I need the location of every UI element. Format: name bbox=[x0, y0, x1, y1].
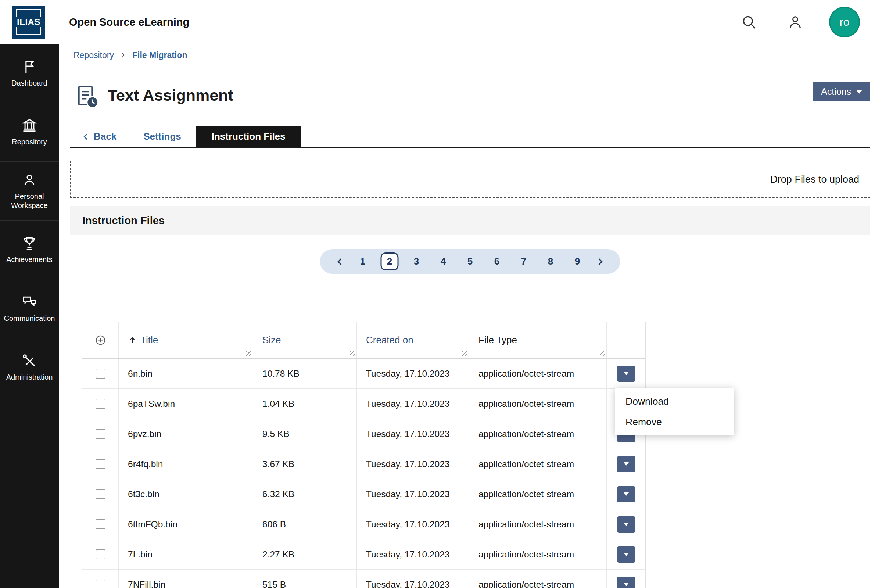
row-actions-menu: Download Remove bbox=[615, 388, 734, 435]
pagination-page-6[interactable]: 6 bbox=[484, 256, 510, 267]
pagination-next-button[interactable] bbox=[591, 257, 609, 266]
row-checkbox[interactable] bbox=[96, 489, 105, 499]
table-row: 6paTSw.bin 1.04 KB Tuesday, 17.10.2023 a… bbox=[82, 389, 645, 419]
header-created-cell: Created on bbox=[357, 322, 469, 358]
cell-created-on: Tuesday, 17.10.2023 bbox=[357, 358, 469, 388]
search-icon[interactable] bbox=[740, 12, 759, 32]
table-header-row: Title Size Created on File Type bbox=[82, 322, 645, 358]
breadcrumb-file-migration[interactable]: File Migration bbox=[132, 50, 188, 60]
cell-title: 7L.bin bbox=[119, 540, 253, 569]
cell-file-type: application/octet-stream bbox=[469, 479, 607, 509]
column-header-size[interactable]: Size bbox=[262, 334, 281, 346]
cell-file-type: application/octet-stream bbox=[469, 389, 607, 418]
cell-file-type: application/octet-stream bbox=[469, 509, 607, 539]
row-actions-dropdown-button[interactable] bbox=[617, 577, 635, 588]
column-resize-handle[interactable] bbox=[462, 351, 468, 357]
user-icon[interactable] bbox=[786, 12, 805, 32]
pagination-page-4[interactable]: 4 bbox=[430, 256, 457, 267]
column-header-created-on[interactable]: Created on bbox=[366, 334, 413, 346]
file-dropzone[interactable]: Drop Files to upload bbox=[70, 160, 870, 198]
cell-file-type: application/octet-stream bbox=[469, 358, 607, 388]
cell-size: 6.32 KB bbox=[253, 479, 357, 509]
pagination-page-5[interactable]: 5 bbox=[457, 256, 484, 267]
caret-down-icon bbox=[624, 553, 629, 556]
breadcrumb-repository[interactable]: Repository bbox=[74, 50, 114, 60]
chevron-right-icon bbox=[596, 257, 604, 266]
pagination-page-9[interactable]: 9 bbox=[564, 256, 591, 267]
header-actions-cell bbox=[607, 322, 645, 358]
pagination: 1 2 3 4 5 6 7 8 9 bbox=[320, 249, 620, 274]
sort-arrow-up-icon bbox=[128, 336, 137, 345]
cell-title: 6t3c.bin bbox=[119, 479, 253, 509]
tab-instruction-files[interactable]: Instruction Files bbox=[196, 126, 302, 147]
sidebar-item-dashboard[interactable]: Dashboard bbox=[0, 44, 59, 103]
pagination-page-8[interactable]: 8 bbox=[537, 256, 564, 267]
cell-created-on: Tuesday, 17.10.2023 bbox=[357, 419, 469, 449]
cell-size: 606 B bbox=[253, 509, 357, 539]
back-link[interactable]: Back bbox=[82, 131, 117, 142]
plus-circle-icon[interactable] bbox=[95, 334, 106, 346]
actions-button[interactable]: Actions bbox=[813, 82, 870, 101]
menu-item-remove[interactable]: Remove bbox=[615, 412, 734, 432]
assignment-icon bbox=[75, 84, 100, 109]
table-row: 6n.bin 10.78 KB Tuesday, 17.10.2023 appl… bbox=[82, 358, 645, 389]
panel-title: Instruction Files bbox=[82, 214, 165, 227]
menu-item-download[interactable]: Download bbox=[615, 391, 734, 412]
header-size-cell: Size bbox=[253, 322, 357, 358]
header-title-cell: Title bbox=[119, 322, 253, 358]
pagination-page-3[interactable]: 3 bbox=[403, 256, 430, 267]
column-resize-handle[interactable] bbox=[600, 351, 605, 357]
main-content: Repository File Migration Text Assignmen… bbox=[59, 44, 882, 588]
row-checkbox[interactable] bbox=[96, 549, 105, 560]
cell-size: 3.67 KB bbox=[253, 449, 357, 479]
pagination-page-1[interactable]: 1 bbox=[350, 256, 376, 267]
table-row: 6tImFQb.bin 606 B Tuesday, 17.10.2023 ap… bbox=[82, 509, 645, 540]
row-checkbox[interactable] bbox=[96, 399, 105, 409]
column-header-title[interactable]: Title bbox=[140, 334, 158, 346]
cell-size: 10.78 KB bbox=[253, 358, 357, 388]
sidebar-item-repository[interactable]: Repository bbox=[0, 103, 59, 162]
tab-settings[interactable]: Settings bbox=[143, 131, 181, 142]
column-resize-handle[interactable] bbox=[246, 351, 251, 357]
caret-down-icon bbox=[624, 492, 629, 496]
dashboard-flag-icon bbox=[21, 59, 38, 75]
cell-created-on: Tuesday, 17.10.2023 bbox=[357, 570, 469, 588]
app-title: Open Source eLearning bbox=[69, 0, 189, 44]
sidebar-item-label: Achievements bbox=[4, 255, 55, 264]
sidebar-item-label: Personal Workspace bbox=[0, 192, 59, 210]
sidebar-item-administration[interactable]: Administration bbox=[0, 338, 59, 397]
row-actions-dropdown-button[interactable] bbox=[617, 366, 635, 382]
cell-file-type: application/octet-stream bbox=[469, 570, 607, 588]
sidebar-item-achievements[interactable]: Achievements bbox=[0, 220, 59, 279]
row-actions-dropdown-button[interactable] bbox=[617, 546, 635, 562]
ilias-logo[interactable]: ILIAS bbox=[12, 6, 45, 39]
row-checkbox[interactable] bbox=[96, 459, 105, 469]
cell-file-type: application/octet-stream bbox=[469, 449, 607, 479]
cell-title: 6r4fq.bin bbox=[119, 449, 253, 479]
cell-size: 2.27 KB bbox=[253, 540, 357, 569]
cell-title: 6pvz.bin bbox=[119, 419, 253, 449]
row-checkbox[interactable] bbox=[96, 519, 105, 529]
pagination-page-7[interactable]: 7 bbox=[510, 256, 537, 267]
sidebar-item-communication[interactable]: Communication bbox=[0, 279, 59, 338]
table-row: 7L.bin 2.27 KB Tuesday, 17.10.2023 appli… bbox=[82, 540, 645, 570]
user-avatar[interactable]: ro bbox=[829, 7, 860, 38]
pagination-page-2-active[interactable]: 2 bbox=[381, 252, 399, 270]
row-checkbox[interactable] bbox=[96, 369, 105, 378]
row-actions-dropdown-button[interactable] bbox=[617, 486, 635, 502]
instruction-files-panel: Instruction Files 1 2 3 4 5 6 7 8 9 bbox=[70, 206, 870, 588]
ilias-logo-text: ILIAS bbox=[15, 17, 42, 27]
administration-tools-icon bbox=[21, 353, 38, 369]
row-checkbox[interactable] bbox=[96, 579, 105, 588]
table-row: 6r4fq.bin 3.67 KB Tuesday, 17.10.2023 ap… bbox=[82, 449, 645, 479]
cell-size: 9.5 KB bbox=[253, 419, 357, 449]
row-checkbox[interactable] bbox=[96, 429, 105, 439]
chevron-left-icon bbox=[336, 257, 345, 266]
sidebar-item-personal-workspace[interactable]: Personal Workspace bbox=[0, 162, 59, 220]
pagination-prev-button[interactable] bbox=[331, 257, 350, 266]
row-actions-dropdown-button[interactable] bbox=[617, 516, 635, 532]
column-resize-handle[interactable] bbox=[350, 351, 355, 357]
row-actions-dropdown-button[interactable] bbox=[617, 456, 635, 472]
files-table: Title Size Created on File Type bbox=[82, 322, 646, 588]
dropzone-label: Drop Files to upload bbox=[770, 174, 859, 185]
